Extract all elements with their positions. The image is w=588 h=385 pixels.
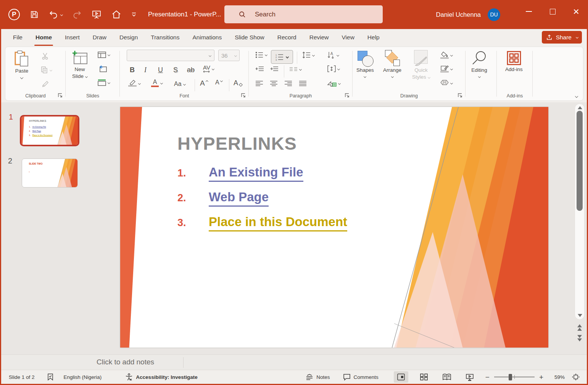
align-right-button[interactable] bbox=[285, 81, 292, 86]
paste-dropdown-chevron[interactable] bbox=[20, 76, 23, 79]
columns-chevron[interactable] bbox=[299, 68, 302, 71]
font-size-chevron[interactable] bbox=[234, 54, 237, 57]
hyperlink-place-in-document[interactable]: Place in this Document bbox=[209, 215, 347, 231]
slide-counter[interactable]: Slide 1 of 2 bbox=[9, 374, 35, 380]
undo-button[interactable] bbox=[49, 10, 63, 19]
decrease-font-size-button[interactable]: A bbox=[215, 79, 222, 86]
slide-thumbnail-1[interactable]: HYPERLINKS 1.An Existing File 2.Web Page… bbox=[20, 115, 79, 146]
editing-button[interactable]: Editing bbox=[471, 50, 488, 78]
minimize-button[interactable] bbox=[517, 0, 541, 23]
align-left-button[interactable] bbox=[256, 81, 263, 86]
section-button[interactable] bbox=[98, 79, 110, 86]
cut-button[interactable] bbox=[42, 52, 49, 60]
notes-placeholder[interactable]: Click to add notes bbox=[97, 358, 154, 366]
shape-outline-button[interactable] bbox=[440, 65, 453, 73]
bold-button[interactable]: B bbox=[130, 66, 135, 74]
customize-qat-chevron[interactable] bbox=[131, 12, 137, 17]
shape-effects-chevron[interactable] bbox=[450, 82, 453, 84]
sort-chevron[interactable] bbox=[337, 54, 339, 57]
language-button[interactable]: English (Nigeria) bbox=[64, 374, 102, 380]
slide-sorter-view-button[interactable] bbox=[417, 371, 431, 383]
highlight-chevron[interactable] bbox=[138, 82, 141, 84]
maximize-button[interactable] bbox=[541, 0, 564, 23]
clear-formatting-button[interactable]: A bbox=[234, 79, 243, 87]
zoom-slider-track[interactable] bbox=[494, 377, 535, 378]
scroll-down-arrow[interactable] bbox=[575, 314, 585, 317]
shape-effects-button[interactable] bbox=[440, 80, 453, 86]
paste-button[interactable]: Paste bbox=[14, 50, 30, 79]
share-chevron[interactable] bbox=[576, 36, 578, 39]
text-shadow-button[interactable]: S bbox=[173, 66, 178, 74]
copy-button[interactable] bbox=[41, 66, 52, 74]
font-size-combo[interactable]: 36 bbox=[218, 50, 240, 61]
undo-dropdown-chevron[interactable] bbox=[60, 13, 63, 16]
notes-toggle-button[interactable]: Notes bbox=[306, 374, 330, 380]
notes-pane[interactable]: Click to add notes bbox=[1, 354, 587, 370]
tab-slide-show[interactable]: Slide Show bbox=[228, 29, 271, 46]
tab-draw[interactable]: Draw bbox=[86, 29, 113, 46]
scrollbar-thumb[interactable] bbox=[577, 111, 583, 211]
shapes-button[interactable]: Shapes bbox=[356, 50, 374, 78]
font-name-combo[interactable] bbox=[127, 50, 214, 61]
previous-slide-button[interactable] bbox=[575, 324, 585, 331]
decrease-indent-button[interactable] bbox=[256, 66, 264, 72]
bullets-button[interactable] bbox=[256, 52, 267, 58]
strikethrough-button[interactable]: ab bbox=[187, 66, 195, 74]
convert-to-smartart-button[interactable] bbox=[327, 80, 340, 87]
close-button[interactable]: ✕ bbox=[564, 0, 588, 23]
slide-title[interactable]: HYPERLINKS bbox=[177, 133, 297, 154]
search-input[interactable]: Search bbox=[224, 5, 383, 23]
highlight-color-button[interactable] bbox=[128, 80, 140, 87]
tab-view[interactable]: View bbox=[335, 29, 361, 46]
tab-transitions[interactable]: Transitions bbox=[144, 29, 186, 46]
reset-slide-button[interactable] bbox=[98, 65, 107, 72]
avatar[interactable]: DU bbox=[488, 8, 500, 21]
start-from-beginning-icon[interactable] bbox=[92, 10, 101, 19]
slide-layout-button[interactable] bbox=[98, 52, 110, 58]
slide-thumbnail-2[interactable]: SLIDE TWO a. bbox=[22, 159, 78, 188]
change-case-button[interactable]: Aa bbox=[174, 81, 185, 87]
new-slide-button[interactable]: New Slide bbox=[71, 50, 89, 80]
copy-dropdown-chevron[interactable] bbox=[50, 68, 52, 71]
paragraph-dialog-launcher[interactable] bbox=[345, 92, 350, 98]
shape-fill-chevron[interactable] bbox=[450, 54, 453, 57]
numbering-chevron[interactable] bbox=[286, 55, 289, 58]
character-spacing-button[interactable]: AV bbox=[203, 65, 214, 73]
line-spacing-chevron[interactable] bbox=[312, 53, 315, 56]
numbering-button-selected[interactable]: 123 bbox=[271, 50, 293, 64]
hyperlink-web-page[interactable]: Web Page bbox=[209, 190, 269, 207]
font-name-chevron[interactable] bbox=[209, 54, 211, 57]
zoom-slider-thumb[interactable] bbox=[509, 374, 512, 380]
scroll-up-arrow[interactable] bbox=[575, 106, 585, 109]
increase-font-size-button[interactable]: A bbox=[200, 79, 208, 87]
spell-check-button[interactable] bbox=[47, 373, 54, 381]
fit-slide-to-window-button[interactable] bbox=[569, 371, 583, 383]
powerpoint-app-icon[interactable]: P bbox=[8, 9, 20, 20]
smartart-chevron[interactable] bbox=[338, 82, 341, 84]
shape-fill-button[interactable] bbox=[440, 52, 453, 59]
hyperlink-existing-file[interactable]: An Existing File bbox=[209, 165, 303, 182]
home-icon[interactable] bbox=[111, 10, 121, 19]
save-icon[interactable] bbox=[30, 10, 39, 19]
zoom-percentage[interactable]: 59% bbox=[549, 374, 565, 380]
drawing-dialog-launcher[interactable] bbox=[458, 92, 463, 98]
change-case-chevron[interactable] bbox=[183, 82, 186, 85]
increase-indent-button[interactable] bbox=[270, 66, 279, 72]
font-dialog-launcher[interactable] bbox=[241, 92, 246, 98]
accessibility-button[interactable]: Accessibility: Investigate bbox=[125, 373, 197, 381]
share-button[interactable]: Share bbox=[542, 31, 582, 44]
redo-button[interactable] bbox=[72, 10, 82, 19]
tab-animations[interactable]: Animations bbox=[186, 29, 228, 46]
tab-design[interactable]: Design bbox=[113, 29, 144, 46]
zoom-in-button[interactable]: + bbox=[539, 374, 543, 381]
zoom-out-button[interactable]: − bbox=[485, 374, 490, 381]
align-center-button[interactable] bbox=[270, 81, 278, 86]
character-spacing-chevron[interactable] bbox=[212, 67, 214, 70]
tab-record[interactable]: Record bbox=[271, 29, 303, 46]
italic-button[interactable]: I bbox=[144, 66, 147, 74]
clipboard-dialog-launcher[interactable] bbox=[58, 92, 63, 98]
collapse-ribbon-button[interactable] bbox=[575, 95, 578, 97]
justify-button[interactable] bbox=[299, 81, 307, 86]
arrange-button[interactable]: Arrange bbox=[383, 50, 401, 78]
font-color-button[interactable]: A bbox=[151, 79, 163, 87]
